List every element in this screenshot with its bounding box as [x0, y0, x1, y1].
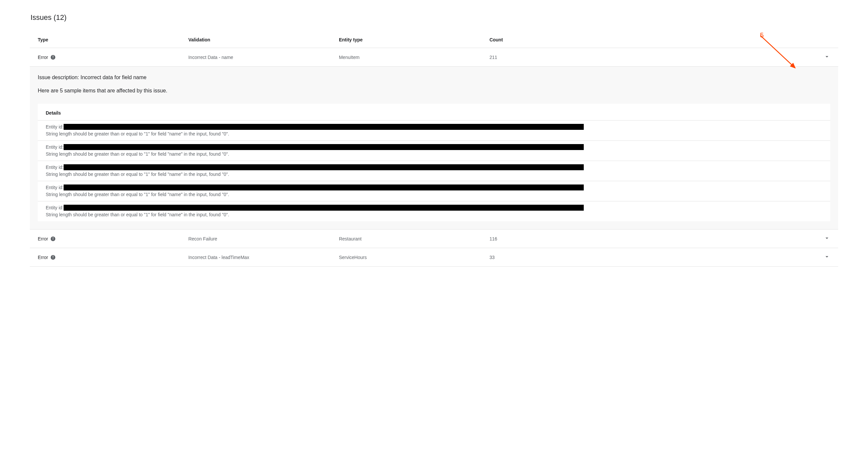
details-card: Details Entity id: String length should … — [38, 104, 830, 221]
column-header-count: Count — [489, 37, 767, 42]
issue-row[interactable]: Error ! Recon Failure Restaurant 116 — [30, 229, 838, 248]
detail-message: String length should be greater than or … — [46, 171, 822, 177]
entity-id-label: Entity id: — [46, 205, 64, 210]
issue-validation: Incorrect Data - name — [188, 55, 339, 60]
detail-message: String length should be greater than or … — [46, 131, 822, 136]
issue-count: 116 — [489, 236, 767, 242]
issue-description: Issue description: Incorrect data for fi… — [38, 74, 830, 81]
entity-id-label: Entity id: — [46, 165, 64, 170]
issue-type: Error ! — [38, 255, 188, 260]
error-icon: ! — [51, 55, 55, 60]
detail-message: String length should be greater than or … — [46, 212, 822, 217]
detail-item: Entity id: String length should be great… — [38, 121, 830, 141]
error-icon: ! — [51, 237, 55, 241]
sample-text: Here are 5 sample items that are affecte… — [38, 88, 830, 94]
error-icon: ! — [51, 255, 55, 260]
chevron-down-icon[interactable] — [824, 53, 830, 61]
detail-item: Entity id: String length should be great… — [38, 181, 830, 201]
chevron-down-icon[interactable] — [824, 235, 830, 243]
chevron-down-icon[interactable] — [824, 253, 830, 261]
issue-entity-type: MenuItem — [339, 55, 489, 60]
type-label: Error — [38, 55, 48, 60]
page-title: Issues (12) — [30, 13, 838, 22]
issue-expanded-panel: Issue description: Incorrect data for fi… — [30, 67, 838, 229]
detail-item: Entity id: String length should be great… — [38, 141, 830, 161]
issue-validation: Incorrect Data - leadTimeMax — [188, 255, 339, 260]
issue-count: 33 — [489, 255, 767, 260]
column-header-validation: Validation — [188, 37, 339, 42]
issue-row[interactable]: Error ! Incorrect Data - leadTimeMax Ser… — [30, 248, 838, 266]
entity-id-label: Entity id: — [46, 185, 64, 190]
issue-row[interactable]: Error ! Incorrect Data - name MenuItem 2… — [30, 48, 838, 67]
redacted-value — [64, 185, 584, 190]
redacted-value — [64, 124, 584, 130]
detail-item: Entity id: String length should be great… — [38, 161, 830, 181]
redacted-value — [64, 144, 584, 150]
issue-type: Error ! — [38, 236, 188, 242]
redacted-value — [64, 164, 584, 170]
redacted-value — [64, 205, 584, 211]
details-title: Details — [38, 104, 830, 121]
detail-message: String length should be greater than or … — [46, 151, 822, 157]
issue-entity-type: ServiceHours — [339, 255, 489, 260]
issue-entity-type: Restaurant — [339, 236, 489, 242]
column-header-entity-type: Entity type — [339, 37, 489, 42]
issue-count: 211 — [489, 55, 767, 60]
table-header: Type Validation Entity type Count — [30, 32, 838, 48]
issues-table: Type Validation Entity type Count Error … — [30, 32, 838, 266]
type-label: Error — [38, 255, 48, 260]
entity-id-label: Entity id: — [46, 124, 64, 129]
issue-validation: Recon Failure — [188, 236, 339, 242]
column-header-type: Type — [38, 37, 188, 42]
type-label: Error — [38, 236, 48, 242]
entity-id-label: Entity id: — [46, 145, 64, 150]
detail-item: Entity id: String length should be great… — [38, 201, 830, 221]
issue-type: Error ! — [38, 55, 188, 60]
detail-message: String length should be greater than or … — [46, 192, 822, 197]
